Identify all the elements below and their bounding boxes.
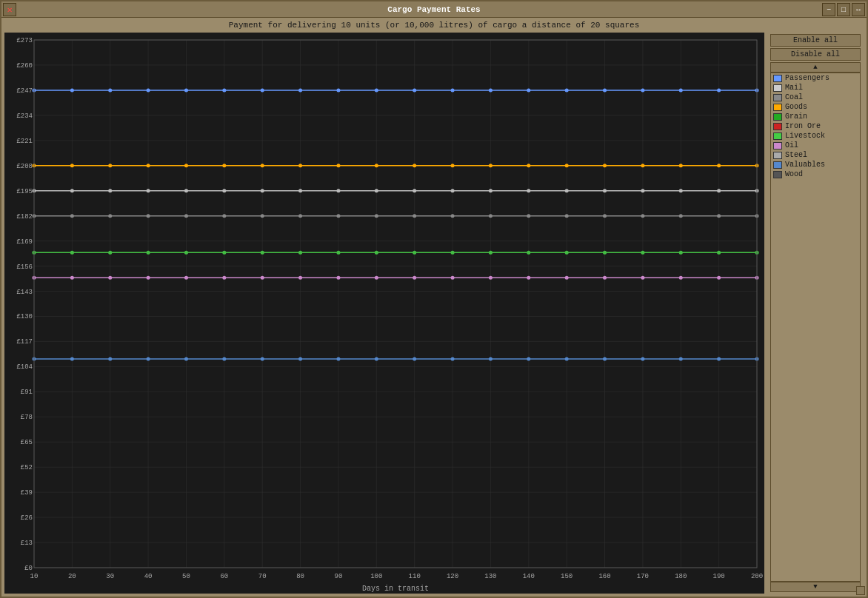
legend-item[interactable]: Grain <box>771 112 860 121</box>
legend-label: Wood <box>785 170 803 178</box>
legend-color-box <box>773 132 782 140</box>
legend-color-box <box>773 113 782 121</box>
legend-label: Goods <box>785 103 807 111</box>
resize-handle[interactable] <box>856 586 865 595</box>
enable-all-button[interactable]: Enable all <box>770 34 861 47</box>
legend-label: Livestock <box>785 132 825 140</box>
legend-item[interactable]: Iron Ore <box>771 121 860 131</box>
legend-label: Iron Ore <box>785 122 821 130</box>
legend-color-box <box>773 152 782 159</box>
legend-label: Passengers <box>785 74 829 82</box>
disable-all-button[interactable]: Disable all <box>770 48 861 61</box>
content-area: Payment for delivering 10 units (or 10,0… <box>1 18 867 597</box>
legend-color-box <box>773 84 782 92</box>
maximize-button[interactable]: □ <box>837 3 850 16</box>
legend-item[interactable]: Wood <box>771 169 860 179</box>
minimize-button[interactable]: − <box>822 3 835 16</box>
chart-canvas <box>4 33 764 594</box>
main-window: ✕ Cargo Payment Rates − □ ↔ Payment for … <box>0 0 868 598</box>
legend-color-box <box>773 171 782 178</box>
legend-label: Oil <box>785 141 798 150</box>
title-bar: ✕ Cargo Payment Rates − □ ↔ <box>1 1 867 18</box>
legend-color-box <box>773 161 782 169</box>
legend-item[interactable]: Steel <box>771 150 860 160</box>
legend-item[interactable]: Coal <box>771 93 860 102</box>
legend-color-box <box>773 104 782 111</box>
legend-item[interactable]: Mail <box>771 83 860 93</box>
legend-label: Steel <box>785 151 807 159</box>
legend-label: Coal <box>785 93 803 101</box>
legend-label: Grain <box>785 112 807 121</box>
right-panel: Enable all Disable all ▲ PassengersMailC… <box>767 33 864 594</box>
legend-scroll-up[interactable]: ▲ <box>770 62 861 73</box>
legend-item[interactable]: Goods <box>771 102 860 112</box>
legend-item[interactable]: Passengers <box>771 73 860 83</box>
resize-button[interactable]: ↔ <box>852 3 865 16</box>
legend-color-box <box>773 142 782 150</box>
legend-item[interactable]: Oil <box>771 141 860 150</box>
chart-subtitle: Payment for delivering 10 units (or 10,0… <box>1 18 867 33</box>
close-button[interactable]: ✕ <box>3 3 16 16</box>
legend-color-box <box>773 94 782 101</box>
legend-item[interactable]: Livestock <box>771 131 860 141</box>
legend-item[interactable]: Valuables <box>771 160 860 169</box>
legend-label: Valuables <box>785 161 825 169</box>
legend-scroll-down[interactable]: ▼ <box>770 582 861 592</box>
legend-list: PassengersMailCoalGoodsGrainIron OreLive… <box>770 73 861 582</box>
legend-color-box <box>773 123 782 130</box>
main-area: Enable all Disable all ▲ PassengersMailC… <box>1 33 867 597</box>
legend-label: Mail <box>785 84 803 92</box>
window-title: Cargo Payment Rates <box>387 5 480 14</box>
legend-color-box <box>773 75 782 82</box>
